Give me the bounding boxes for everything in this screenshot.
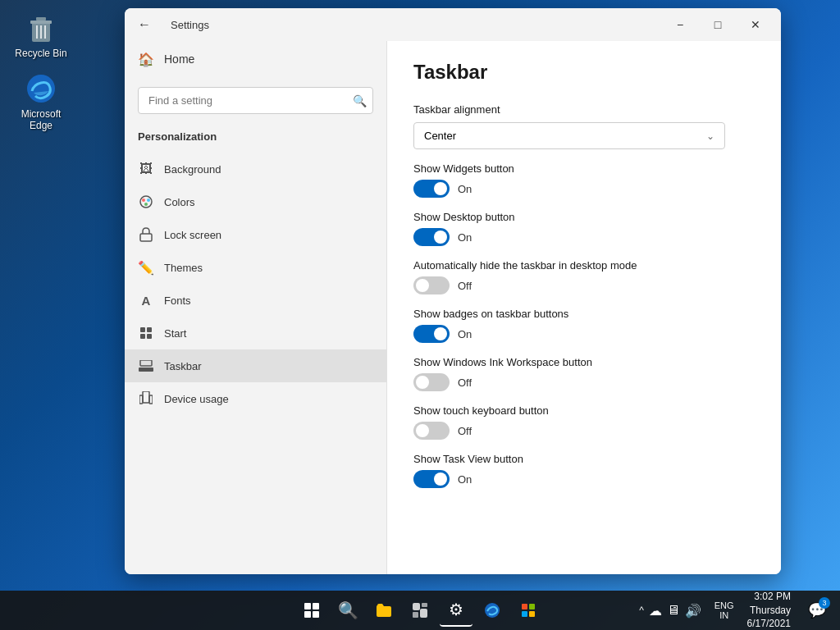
taskbar-file-explorer-button[interactable] bbox=[368, 594, 400, 627]
task-view-row: Show Task View button On bbox=[413, 453, 755, 488]
auto-hide-toggle[interactable] bbox=[413, 276, 450, 294]
home-icon: 🏠 bbox=[138, 51, 154, 67]
nav-item-fonts[interactable]: A Fonts bbox=[125, 284, 386, 317]
taskbar-center: 🔍 ⚙ bbox=[295, 594, 545, 627]
touch-keyboard-toggle[interactable] bbox=[413, 422, 450, 440]
svg-rect-23 bbox=[304, 611, 311, 618]
fonts-icon: A bbox=[138, 292, 154, 308]
svg-rect-27 bbox=[413, 612, 418, 618]
title-bar: ← Settings − □ ✕ bbox=[125, 8, 781, 41]
svg-rect-24 bbox=[313, 611, 319, 618]
show-widgets-state: On bbox=[458, 183, 472, 195]
clock-date: Thursday bbox=[747, 604, 791, 618]
search-icon[interactable]: 🔍 bbox=[353, 94, 367, 107]
colors-icon bbox=[138, 194, 154, 210]
touch-keyboard-row: Show touch keyboard button Off bbox=[413, 404, 755, 440]
background-icon: 🖼 bbox=[138, 161, 154, 177]
svg-rect-31 bbox=[529, 604, 535, 609]
svg-rect-32 bbox=[522, 611, 527, 617]
show-badges-toggle[interactable] bbox=[413, 325, 450, 343]
taskbar-notification-button[interactable]: 💬 3 bbox=[801, 594, 833, 627]
toggle-knob bbox=[416, 424, 429, 437]
show-badges-state: On bbox=[458, 328, 472, 340]
tray-display[interactable]: 🖥 bbox=[667, 603, 680, 618]
svg-rect-12 bbox=[140, 327, 145, 332]
nav-item-home[interactable]: 🏠 Home bbox=[125, 41, 386, 77]
touch-keyboard-toggle-group: Off bbox=[413, 422, 755, 440]
task-view-label: Show Task View button bbox=[413, 453, 755, 465]
nav-item-taskbar[interactable]: Taskbar bbox=[125, 349, 386, 382]
svg-rect-14 bbox=[140, 334, 145, 339]
show-desktop-toggle[interactable] bbox=[413, 228, 450, 246]
themes-icon: ✏️ bbox=[138, 259, 154, 276]
nav-item-lock-screen-label: Lock screen bbox=[164, 229, 221, 241]
nav-item-background-label: Background bbox=[164, 163, 221, 176]
taskbar-search-button[interactable]: 🔍 bbox=[331, 594, 364, 627]
maximize-button[interactable]: □ bbox=[699, 11, 737, 38]
nav-item-lock-screen[interactable]: Lock screen bbox=[125, 218, 386, 251]
taskbar-alignment-dropdown[interactable]: Center ⌄ bbox=[413, 122, 725, 149]
svg-point-8 bbox=[142, 199, 145, 202]
microsoft-edge-icon[interactable]: MicrosoftEdge bbox=[8, 69, 74, 135]
toggle-knob bbox=[434, 231, 447, 244]
recycle-bin-label: Recycle Bin bbox=[15, 48, 66, 59]
close-button[interactable]: ✕ bbox=[737, 11, 774, 38]
show-widgets-row: Show Widgets button On bbox=[413, 162, 755, 198]
tray-volume[interactable]: 🔊 bbox=[685, 603, 701, 619]
search-box: 🔍 bbox=[138, 87, 373, 114]
nav-item-themes[interactable]: ✏️ Themes bbox=[125, 251, 386, 284]
taskbar-store-button[interactable] bbox=[512, 594, 545, 627]
show-desktop-toggle-group: On bbox=[413, 228, 755, 246]
page-title: Taskbar bbox=[413, 61, 755, 84]
start-icon bbox=[138, 325, 154, 341]
auto-hide-state: Off bbox=[458, 280, 472, 292]
windows-ink-toggle[interactable] bbox=[413, 373, 450, 391]
settings-content: Taskbar Taskbar alignment Center ⌄ Show … bbox=[387, 41, 781, 574]
recycle-bin-icon[interactable]: Recycle Bin bbox=[8, 8, 74, 62]
nav-item-device-usage[interactable]: Device usage bbox=[125, 382, 386, 415]
windows-ink-label: Show Windows Ink Workspace button bbox=[413, 356, 755, 368]
tray-language[interactable]: ENGIN bbox=[711, 600, 737, 620]
show-widgets-toggle-group: On bbox=[413, 180, 755, 198]
taskbar-start-button[interactable] bbox=[295, 594, 328, 627]
nav-item-colors[interactable]: Colors bbox=[125, 185, 386, 218]
show-widgets-toggle[interactable] bbox=[413, 180, 450, 198]
taskbar-widgets-button[interactable] bbox=[404, 594, 436, 627]
svg-rect-15 bbox=[147, 334, 152, 339]
taskbar-edge-button[interactable] bbox=[476, 594, 509, 627]
minimize-button[interactable]: − bbox=[661, 11, 699, 38]
svg-rect-26 bbox=[422, 603, 427, 607]
recycle-bin-image bbox=[25, 11, 57, 44]
svg-rect-28 bbox=[420, 609, 427, 618]
svg-rect-16 bbox=[139, 368, 153, 372]
nav-item-start[interactable]: Start bbox=[125, 317, 386, 349]
taskbar: 🔍 ⚙ bbox=[0, 591, 840, 630]
taskbar-settings-button[interactable]: ⚙ bbox=[440, 594, 472, 627]
nav-item-background[interactable]: 🖼 Background bbox=[125, 153, 386, 185]
title-bar-controls: − □ ✕ bbox=[661, 11, 774, 38]
svg-point-10 bbox=[144, 203, 148, 206]
svg-point-9 bbox=[147, 199, 150, 202]
taskbar-right: ^ ☁ 🖥 🔊 ENGIN 3:02 PM Thursday 6/17/2021… bbox=[632, 590, 833, 630]
svg-rect-17 bbox=[140, 360, 152, 366]
touch-keyboard-label: Show touch keyboard button bbox=[413, 404, 755, 417]
taskbar-clock[interactable]: 3:02 PM Thursday 6/17/2021 bbox=[741, 590, 797, 630]
settings-body: 🏠 Home 🔍 Personalization 🖼 Background bbox=[125, 41, 781, 574]
svg-rect-20 bbox=[149, 395, 153, 404]
show-widgets-label: Show Widgets button bbox=[413, 162, 755, 175]
back-button[interactable]: ← bbox=[131, 11, 158, 38]
nav-item-start-label: Start bbox=[164, 327, 186, 340]
taskbar-nav-icon bbox=[138, 358, 154, 374]
svg-rect-11 bbox=[140, 234, 152, 241]
svg-rect-18 bbox=[143, 391, 149, 403]
task-view-toggle[interactable] bbox=[413, 470, 450, 488]
search-input[interactable] bbox=[138, 87, 373, 114]
windows-ink-state: Off bbox=[458, 377, 472, 389]
settings-window: ← Settings − □ ✕ 🏠 Home 🔍 bbox=[125, 8, 781, 574]
show-badges-toggle-group: On bbox=[413, 325, 755, 343]
svg-rect-19 bbox=[139, 395, 143, 404]
tray-chevron[interactable]: ^ bbox=[639, 605, 644, 616]
device-usage-icon bbox=[138, 390, 154, 407]
auto-hide-label: Automatically hide the taskbar in deskto… bbox=[413, 259, 755, 272]
tray-cloud[interactable]: ☁ bbox=[649, 603, 662, 619]
